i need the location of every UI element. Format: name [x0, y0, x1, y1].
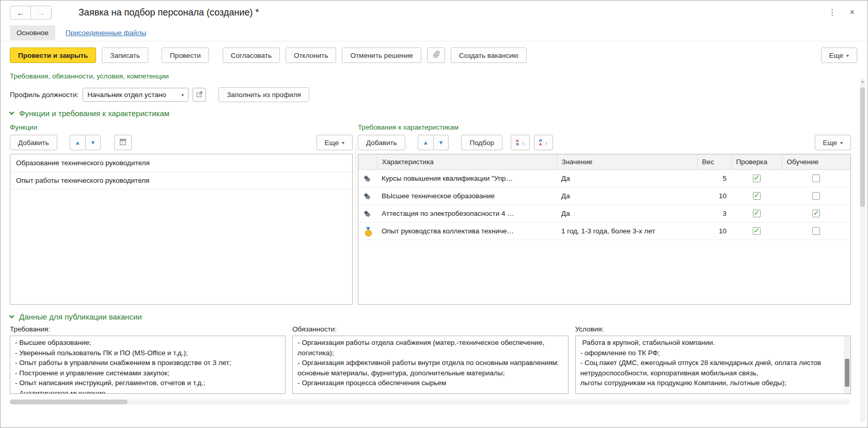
functions-pane: Функции Добавить ▲ ▼ [10, 120, 353, 305]
sort-ascending-button[interactable]: А Я ↓ [511, 135, 530, 150]
cell-value: Да [557, 170, 697, 187]
column-header-training[interactable]: Обучение [782, 154, 850, 170]
reject-button[interactable]: Отклонить [286, 47, 337, 63]
fill-from-profile-button[interactable]: Заполнить из профиля [218, 87, 309, 102]
scrollbar-thumb[interactable] [860, 87, 865, 207]
cell-value: Да [557, 205, 697, 223]
more-button[interactable]: Еще ▾ [821, 47, 858, 63]
training-checkbox[interactable] [812, 227, 820, 235]
scroll-up-icon: ▲ [860, 80, 865, 83]
down-arrow-icon: ↓ [545, 140, 548, 146]
cell-value: 1 год, 1-3 года, более 3-х лет [557, 223, 697, 240]
chevron-down-icon: ▾ [181, 92, 184, 98]
attachments-button[interactable] [427, 47, 445, 63]
section-title: Данные для публикации вакансии [19, 312, 142, 321]
conditions-textarea[interactable]: Работа в крупной, стабильной компании. -… [575, 336, 851, 394]
up-arrow-icon: ▲ [423, 139, 429, 146]
cell-weight: 3 [697, 205, 731, 223]
list-settings-button[interactable] [114, 135, 132, 150]
functions-add-button[interactable]: Добавить [10, 135, 57, 150]
chevron-down-icon [9, 110, 14, 115]
characteristics-table: Характеристика Значение Вес Проверка Обу… [358, 154, 850, 240]
more-button-label: Еще [829, 52, 843, 59]
column-header-characteristic[interactable]: Характеристика [377, 154, 557, 170]
characteristics-toolbar: Добавить ▲ ▼ Подбор А Я [358, 135, 851, 150]
back-button[interactable]: ← [10, 6, 31, 20]
up-arrow-icon: ▲ [75, 139, 81, 146]
graduation-cap-icon [363, 175, 372, 183]
chevron-down-icon: ▾ [840, 140, 843, 146]
table-row[interactable]: ВЫсшее техническое образование Да 10 [358, 187, 850, 205]
chevron-down-icon: ▾ [846, 53, 849, 58]
form-content: Требования, обязанности, условия, компет… [1, 69, 867, 405]
section-functions-requirements[interactable]: Функции и требования к характеристикам [10, 109, 851, 118]
scrollbar-thumb[interactable] [845, 359, 849, 386]
characteristics-more-button[interactable]: Еще ▾ [815, 135, 851, 150]
history-nav: ← → [10, 6, 52, 20]
column-header-value[interactable]: Значение [557, 154, 697, 170]
characteristics-title: Требования к характеристикам [358, 123, 851, 131]
list-item[interactable]: Образование технического руководителя [10, 154, 352, 172]
move-up-button[interactable]: ▲ [70, 135, 86, 150]
window-menu-button[interactable]: ⋮ [826, 7, 839, 18]
more-button-label: Еще [325, 139, 339, 147]
training-checkbox[interactable] [812, 210, 820, 217]
position-profile-row: Профиль должности: ▾ Заполнить из профил… [10, 87, 851, 102]
table-row[interactable]: Опыт руководства коллектива техниче… 1 г… [358, 223, 850, 240]
conditions-scrollbar[interactable] [844, 336, 850, 393]
check-checkbox[interactable] [753, 175, 761, 182]
requirements-textarea[interactable]: - Высшее образование; - Уверенный пользо… [10, 336, 286, 394]
list-settings-icon [119, 138, 127, 147]
cell-characteristic: ВЫсшее техническое образование [377, 187, 557, 205]
approve-button[interactable]: Согласовать [223, 47, 280, 63]
duties-label: Обязанности: [292, 325, 568, 333]
column-header-check[interactable]: Проверка [731, 154, 782, 170]
close-icon: × [850, 8, 855, 17]
training-checkbox[interactable] [812, 192, 820, 200]
requirements-label: Требования: [10, 325, 286, 333]
requirements-column: Требования: - Высшее образование; - Увер… [10, 323, 286, 394]
column-header-weight[interactable]: Вес [697, 154, 731, 170]
functions-more-button[interactable]: Еще ▾ [317, 135, 353, 150]
cell-weight: 10 [697, 223, 731, 240]
section-vacancy-publication[interactable]: Данные для публикации вакансии [10, 312, 851, 321]
scrollbar-thumb[interactable] [10, 400, 128, 404]
requirements-conditions-link[interactable]: Требования, обязанности, условия, компет… [10, 72, 169, 80]
page-title: Заявка на подбор персонала (создание) * [78, 7, 259, 18]
pick-button[interactable]: Подбор [461, 135, 502, 150]
horizontal-scrollbar[interactable] [10, 399, 850, 405]
table-row[interactable]: Аттестация по электробезопасности 4 … Да… [358, 205, 850, 223]
save-button[interactable]: Записать [102, 47, 148, 63]
functions-title: Функции [10, 123, 353, 131]
move-up-button[interactable]: ▲ [418, 135, 434, 150]
open-profile-button[interactable] [193, 88, 206, 102]
panel-splitter[interactable] [353, 120, 358, 305]
cell-weight: 5 [697, 170, 731, 187]
duties-textarea[interactable]: - Организация работы отдела снабжения (м… [292, 336, 568, 394]
tab-main[interactable]: Основное [10, 25, 55, 40]
check-checkbox[interactable] [753, 192, 761, 200]
check-checkbox[interactable] [753, 210, 761, 217]
profile-dropdown-button[interactable]: ▾ [177, 88, 188, 101]
sort-descending-button[interactable]: Я А ↓ [534, 135, 553, 150]
move-down-button[interactable]: ▼ [433, 135, 449, 150]
profile-input[interactable] [83, 88, 177, 101]
tab-attached-files[interactable]: Присоединенные файлы [66, 29, 146, 37]
cancel-decision-button[interactable]: Отменить решение [342, 47, 421, 63]
close-button[interactable]: × [847, 7, 857, 18]
training-checkbox[interactable] [812, 175, 820, 182]
panes: Функции Добавить ▲ ▼ [10, 120, 851, 305]
vertical-scrollbar[interactable]: ▲ [860, 78, 865, 422]
icon-column-header [358, 154, 377, 170]
forward-button[interactable]: → [30, 6, 52, 20]
submit-and-close-button[interactable]: Провести и закрыть [10, 47, 96, 63]
table-row[interactable]: Курсы повышения квалификации "Упр… Да 5 [358, 170, 850, 187]
list-item[interactable]: Опыт работы технического руководителя [10, 172, 352, 189]
create-vacancy-button[interactable]: Создать вакансию [451, 47, 527, 63]
check-checkbox[interactable] [753, 227, 761, 235]
move-down-button[interactable]: ▼ [85, 135, 101, 150]
characteristics-grid: Характеристика Значение Вес Проверка Обу… [358, 154, 851, 305]
sort-desc-icon: Я А [539, 139, 542, 146]
characteristics-add-button[interactable]: Добавить [358, 135, 405, 150]
post-button[interactable]: Провести [162, 47, 209, 63]
